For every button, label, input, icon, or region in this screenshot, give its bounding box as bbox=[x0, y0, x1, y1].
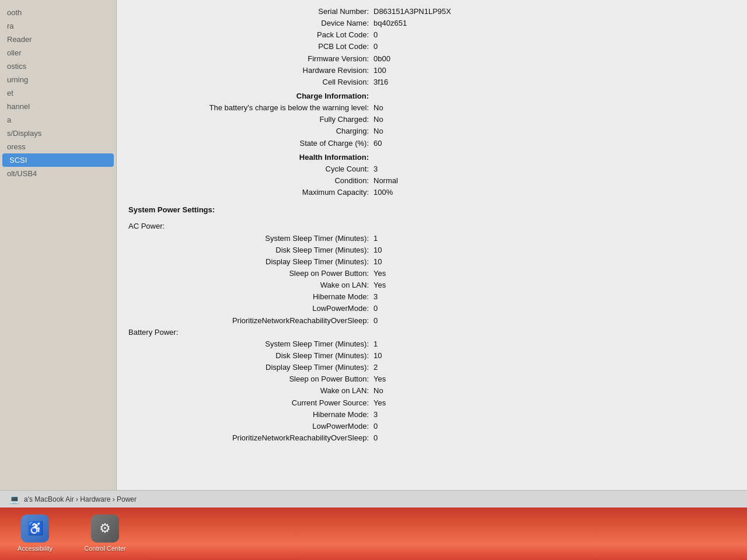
ac-prioritize-row: PrioritizeNetworkReachabilityOverSleep: … bbox=[128, 315, 729, 327]
breadcrumb-path: a's MacBook Air › Hardware › Power bbox=[24, 495, 137, 503]
pack-lot-row: Pack Lot Code: 0 bbox=[128, 29, 729, 41]
max-capacity-label: Maximum Capacity: bbox=[128, 187, 374, 198]
health-section-label: Health Information: bbox=[128, 152, 374, 163]
fully-charged-value: No bbox=[374, 114, 729, 125]
ac-low-power-row: LowPowerMode: 0 bbox=[128, 303, 729, 314]
hardware-rev-label: Hardware Revision: bbox=[128, 65, 374, 76]
serial-number-label: Serial Number: bbox=[128, 6, 374, 18]
sidebar-item-ra[interactable]: ra bbox=[0, 19, 116, 33]
serial-number-value: D863151A3PN1LP95X bbox=[374, 6, 729, 18]
pcb-lot-value: 0 bbox=[374, 41, 729, 52]
bat-low-power-value: 0 bbox=[374, 421, 729, 432]
sidebar-item-usb4[interactable]: olt/USB4 bbox=[0, 167, 116, 180]
pack-lot-label: Pack Lot Code: bbox=[128, 29, 374, 41]
sidebar-item-urning[interactable]: urning bbox=[0, 73, 116, 86]
ac-system-sleep-row: System Sleep Timer (Minutes): 1 bbox=[128, 233, 729, 244]
max-capacity-value: 100% bbox=[374, 187, 729, 198]
sidebar-item-a[interactable]: a bbox=[0, 113, 116, 127]
state-of-charge-row: State of Charge (%): 60 bbox=[128, 138, 729, 149]
ac-system-sleep-value: 1 bbox=[374, 233, 729, 244]
sidebar-item-reader[interactable]: Reader bbox=[0, 33, 116, 46]
ac-disk-sleep-row: Disk Sleep Timer (Minutes): 10 bbox=[128, 244, 729, 256]
state-of-charge-label: State of Charge (%): bbox=[128, 138, 374, 149]
battery-power-header-row: Battery Power: bbox=[128, 327, 729, 338]
firmware-row: Firmware Version: 0b00 bbox=[128, 53, 729, 65]
pcb-lot-label: PCB Lot Code: bbox=[128, 41, 374, 52]
ac-power-label: AC Power: bbox=[128, 220, 374, 232]
sidebar-item-ostics[interactable]: ostics bbox=[0, 60, 116, 73]
system-power-label: System Power Settings: bbox=[128, 204, 374, 216]
condition-value: Normal bbox=[374, 175, 729, 187]
ac-display-sleep-value: 10 bbox=[374, 256, 729, 268]
charging-row: Charging: No bbox=[128, 125, 729, 137]
ac-hibernate-value: 3 bbox=[374, 291, 729, 303]
state-of-charge-value: 60 bbox=[374, 138, 729, 149]
battery-info-section: Serial Number: D863151A3PN1LP95X Device … bbox=[128, 6, 729, 88]
bat-low-power-row: LowPowerMode: 0 bbox=[128, 421, 729, 432]
bat-sleep-power-btn-row: Sleep on Power Button: Yes bbox=[128, 373, 729, 385]
charging-label: Charging: bbox=[128, 125, 374, 137]
ac-prioritize-label: PrioritizeNetworkReachabilityOverSleep: bbox=[128, 315, 374, 327]
cell-rev-value: 3f16 bbox=[374, 76, 729, 88]
condition-row: Condition: Normal bbox=[128, 175, 729, 187]
bat-low-power-label: LowPowerMode: bbox=[128, 421, 374, 432]
taskbar-item-accessibility[interactable]: ♿ Accessibility bbox=[0, 512, 70, 554]
device-name-value: bq40z651 bbox=[374, 18, 729, 29]
bat-display-sleep-row: Display Sleep Timer (Minutes): 2 bbox=[128, 362, 729, 373]
battery-power-label: Battery Power: bbox=[128, 327, 374, 338]
content-area: Serial Number: D863151A3PN1LP95X Device … bbox=[117, 0, 747, 508]
bat-sleep-power-btn-value: Yes bbox=[374, 373, 729, 385]
sidebar-item-displays[interactable]: s/Displays bbox=[0, 127, 116, 140]
bat-system-sleep-row: System Sleep Timer (Minutes): 1 bbox=[128, 338, 729, 350]
cycle-count-value: 3 bbox=[374, 163, 729, 175]
firmware-label: Firmware Version: bbox=[128, 53, 374, 65]
pcb-lot-row: PCB Lot Code: 0 bbox=[128, 41, 729, 52]
cycle-count-row: Cycle Count: 3 bbox=[128, 163, 729, 175]
ac-hibernate-row: Hibernate Mode: 3 bbox=[128, 291, 729, 303]
sidebar-item-oller[interactable]: oller bbox=[0, 46, 116, 60]
cell-rev-row: Cell Revision: 3f16 bbox=[128, 76, 729, 88]
ac-low-power-label: LowPowerMode: bbox=[128, 303, 374, 314]
bat-disk-sleep-label: Disk Sleep Timer (Minutes): bbox=[128, 350, 374, 362]
ac-prioritize-value: 0 bbox=[374, 315, 729, 327]
sidebar-item-oress[interactable]: oress bbox=[0, 140, 116, 153]
ac-wake-lan-value: Yes bbox=[374, 279, 729, 291]
accessibility-icon: ♿ bbox=[21, 514, 49, 542]
bat-hibernate-row: Hibernate Mode: 3 bbox=[128, 409, 729, 421]
taskbar-item-control-center[interactable]: ⚙ Control Center bbox=[70, 512, 140, 554]
bat-current-power-label: Current Power Source: bbox=[128, 397, 374, 409]
fully-charged-label: Fully Charged: bbox=[128, 114, 374, 125]
sidebar: ooth ra Reader oller ostics urning et ha… bbox=[0, 0, 117, 508]
firmware-value: 0b00 bbox=[374, 53, 729, 65]
sidebar-item-ooth[interactable]: ooth bbox=[0, 6, 116, 19]
bat-disk-sleep-value: 10 bbox=[374, 350, 729, 362]
ac-sleep-power-btn-value: Yes bbox=[374, 268, 729, 279]
bat-sleep-power-btn-label: Sleep on Power Button: bbox=[128, 373, 374, 385]
health-info-section: Health Information: Cycle Count: 3 Condi… bbox=[128, 152, 729, 199]
bat-prioritize-value: 0 bbox=[374, 432, 729, 444]
screen: ooth ra Reader oller ostics urning et ha… bbox=[0, 0, 747, 560]
fully-charged-row: Fully Charged: No bbox=[128, 114, 729, 125]
sidebar-item-et[interactable]: et bbox=[0, 86, 116, 100]
ac-disk-sleep-label: Disk Sleep Timer (Minutes): bbox=[128, 244, 374, 256]
health-section-header-row: Health Information: bbox=[128, 152, 729, 163]
breadcrumb-bar: 💻 a's MacBook Air › Hardware › Power bbox=[0, 490, 747, 508]
device-name-row: Device Name: bq40z651 bbox=[128, 18, 729, 29]
system-power-header-row: System Power Settings: bbox=[128, 204, 729, 216]
warning-label: The battery's charge is below the warnin… bbox=[128, 102, 374, 114]
ac-wake-lan-label: Wake on LAN: bbox=[128, 279, 374, 291]
system-power-section: System Power Settings: AC Power: System … bbox=[128, 204, 729, 444]
bat-display-sleep-label: Display Sleep Timer (Minutes): bbox=[128, 362, 374, 373]
bat-prioritize-row: PrioritizeNetworkReachabilityOverSleep: … bbox=[128, 432, 729, 444]
ac-display-sleep-row: Display Sleep Timer (Minutes): 10 bbox=[128, 256, 729, 268]
warning-value: No bbox=[374, 102, 729, 114]
bat-current-power-row: Current Power Source: Yes bbox=[128, 397, 729, 409]
ac-disk-sleep-value: 10 bbox=[374, 244, 729, 256]
bat-prioritize-label: PrioritizeNetworkReachabilityOverSleep: bbox=[128, 432, 374, 444]
bat-wake-lan-label: Wake on LAN: bbox=[128, 385, 374, 397]
main-window: ooth ra Reader oller ostics urning et ha… bbox=[0, 0, 747, 508]
bat-system-sleep-value: 1 bbox=[374, 338, 729, 350]
pack-lot-value: 0 bbox=[374, 29, 729, 41]
sidebar-item-scsi[interactable]: SCSI bbox=[2, 153, 114, 167]
sidebar-item-hannel[interactable]: hannel bbox=[0, 100, 116, 113]
